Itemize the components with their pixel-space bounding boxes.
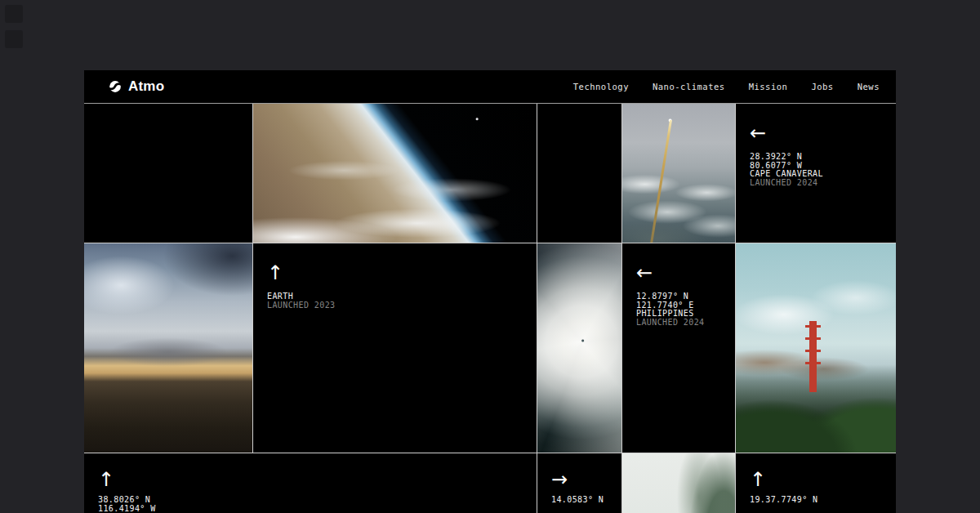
- main-nav: Technology Nano-climates Mission Jobs Ne…: [573, 82, 880, 91]
- tile-blank-narrow: [537, 104, 621, 243]
- arrow-right-icon: →: [551, 470, 608, 489]
- nav-jobs[interactable]: Jobs: [811, 82, 833, 91]
- nav-nano-climates[interactable]: Nano-climates: [653, 82, 725, 91]
- atmo-logo-icon: [109, 80, 122, 93]
- media-grid: ← 28.3922° N 80.6077° W CAPE CANAVERAL L…: [84, 104, 896, 513]
- tile-earth-info[interactable]: ↑ EARTH LAUNCHED 2023: [253, 243, 537, 453]
- tile-blank-top-left: [84, 104, 252, 243]
- tile-hurricane-satellite-image[interactable]: [537, 243, 621, 453]
- desktop-icon: [5, 30, 23, 48]
- nav-technology[interactable]: Technology: [573, 82, 629, 91]
- launched-label: LAUNCHED 2024: [750, 179, 882, 188]
- tile-earth-from-orbit-image[interactable]: [253, 104, 537, 243]
- coordinate-line: 19.37.7749° N: [750, 496, 882, 505]
- arrow-up-icon: ↑: [750, 470, 882, 489]
- rocket-trail: [649, 119, 672, 243]
- location-label: EARTH: [267, 292, 523, 301]
- nav-news[interactable]: News: [858, 82, 880, 91]
- arrow-up-icon: ↑: [267, 263, 523, 283]
- coordinate-line: 38.8026° N: [98, 496, 523, 505]
- arrow-left-icon: ←: [636, 263, 721, 283]
- launched-label: LAUNCHED 2024: [636, 319, 721, 328]
- coordinate-line: 14.0583° N: [551, 496, 608, 505]
- header: Atmo Technology Nano-climates Mission Jo…: [84, 70, 896, 104]
- coordinate-line: 12.8797° N: [636, 292, 721, 301]
- tile-nevada-info[interactable]: ↑ 38.8026° N 116.4194° W: [84, 453, 537, 513]
- tile-cape-canaveral-info[interactable]: ← 28.3922° N 80.6077° W CAPE CANAVERAL L…: [736, 104, 896, 243]
- tile-manila-info[interactable]: → 14.0583° N: [537, 453, 621, 513]
- tile-golden-gate-image[interactable]: [736, 243, 896, 453]
- tile-rocket-launch-image[interactable]: [622, 104, 735, 243]
- atmo-page: Atmo Technology Nano-climates Mission Jo…: [84, 70, 896, 513]
- coordinate-line: 116.4194° W: [98, 505, 523, 513]
- logo-text: Atmo: [128, 78, 164, 95]
- bridge-tower: [809, 321, 817, 392]
- coordinate-line: 28.3922° N: [750, 153, 882, 162]
- tile-san-francisco-info[interactable]: ↑ 19.37.7749° N: [736, 453, 896, 513]
- logo[interactable]: Atmo: [109, 78, 164, 95]
- launched-label: LAUNCHED 2023: [267, 301, 523, 310]
- desktop-icon: [5, 5, 23, 23]
- tile-philippines-info[interactable]: ← 12.8797° N 121.7740° E PHILIPPINES LAU…: [622, 243, 735, 453]
- desktop-frame: Atmo Technology Nano-climates Mission Jo…: [0, 0, 980, 513]
- tile-desert-storm-image[interactable]: [84, 243, 252, 453]
- nav-mission[interactable]: Mission: [749, 82, 788, 91]
- arrow-left-icon: ←: [750, 123, 882, 143]
- tile-foggy-trees-image[interactable]: [622, 453, 735, 513]
- arrow-up-icon: ↑: [98, 470, 523, 489]
